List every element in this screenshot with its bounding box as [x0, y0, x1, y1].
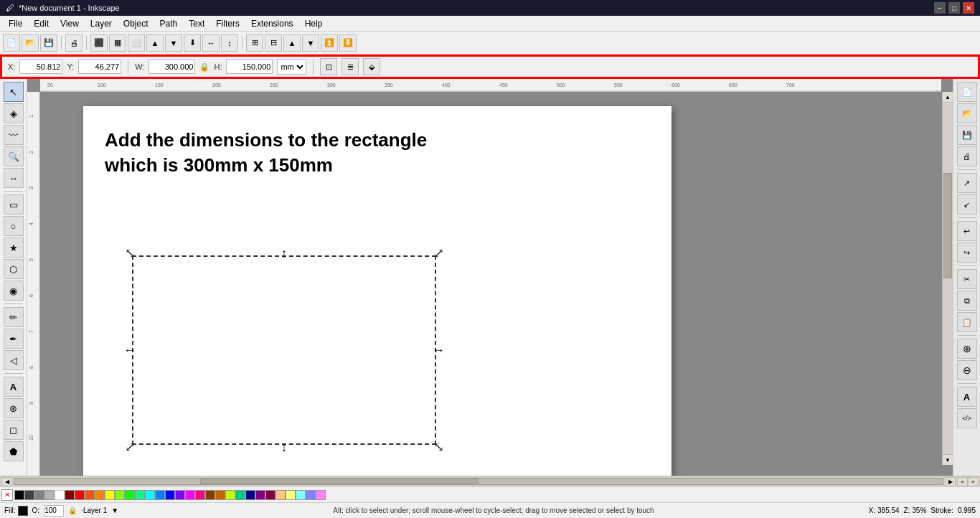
- color-darkgray[interactable]: [24, 490, 34, 500]
- menu-text[interactable]: Text: [183, 17, 210, 30]
- color-yellow[interactable]: [105, 490, 115, 500]
- align-dist-btn[interactable]: ≣: [341, 58, 359, 75]
- zoom-in-r-btn[interactable]: ⊕: [957, 339, 977, 359]
- align-bottom-btn[interactable]: ⬇: [184, 34, 201, 52]
- color-silver[interactable]: [44, 490, 55, 500]
- zoom-out-r-btn[interactable]: ⊖: [957, 360, 977, 380]
- redo-r-btn[interactable]: ↪: [957, 242, 977, 263]
- handle-bot-center[interactable]: ↕: [281, 443, 288, 451]
- align-right-btn[interactable]: ⬜: [128, 34, 145, 52]
- menu-file[interactable]: File: [3, 17, 28, 30]
- nodes-btn[interactable]: ⬙: [363, 58, 380, 75]
- color-sky[interactable]: [155, 490, 165, 500]
- close-button[interactable]: ✕: [963, 2, 974, 14]
- fill-swatch[interactable]: [18, 506, 28, 516]
- menu-object[interactable]: Object: [118, 17, 154, 30]
- print-r-btn[interactable]: 🖨: [957, 146, 977, 166]
- paint-bucket-btn[interactable]: ⬟: [4, 441, 24, 461]
- flip-v-btn[interactable]: ↕: [221, 34, 238, 52]
- handle-top-center[interactable]: ↕: [281, 250, 288, 257]
- tweak-tool-btn[interactable]: 〰: [4, 125, 24, 145]
- flip-h-btn[interactable]: ↔: [202, 34, 220, 52]
- selected-rect-container[interactable]: ⤡ ↕ ⤢ ↔ ↔ ⤢ ↕ ⤡: [126, 250, 442, 451]
- measure-tool-btn[interactable]: ↔: [4, 168, 24, 188]
- open-btn[interactable]: 📂: [22, 34, 39, 52]
- lock-icon[interactable]: 🔒: [199, 62, 209, 72]
- menu-layer[interactable]: Layer: [85, 17, 118, 30]
- lower-btn[interactable]: ▼: [302, 34, 319, 52]
- color-black[interactable]: [14, 490, 24, 500]
- select-tool-btn[interactable]: ↖: [4, 82, 24, 102]
- open-file-btn[interactable]: 📂: [957, 103, 977, 123]
- color-rose[interactable]: [316, 490, 326, 500]
- hscroll-left[interactable]: ◀: [1, 477, 12, 486]
- menu-view[interactable]: View: [55, 17, 85, 30]
- h-input[interactable]: [226, 60, 273, 74]
- color-tan[interactable]: [215, 490, 225, 500]
- color-red-dark[interactable]: [65, 490, 75, 500]
- eraser-tool-btn[interactable]: ◻: [4, 420, 24, 440]
- vscroll-thumb[interactable]: [943, 173, 952, 278]
- undo-r-btn[interactable]: ↩: [957, 221, 977, 241]
- ungroup-btn[interactable]: ⊟: [265, 34, 282, 52]
- copy-r-btn[interactable]: ⧉: [957, 291, 977, 311]
- color-violet[interactable]: [175, 490, 185, 500]
- layer-dropdown[interactable]: ▼: [111, 507, 118, 514]
- star-tool-btn[interactable]: ★: [4, 237, 24, 258]
- spray-tool-btn[interactable]: ⊛: [4, 398, 24, 418]
- menu-edit[interactable]: Edit: [28, 17, 55, 30]
- align-top-btn[interactable]: ▲: [146, 34, 164, 52]
- new-doc-btn[interactable]: 📄: [957, 82, 977, 102]
- color-maroon[interactable]: [265, 490, 275, 500]
- titlebar-controls[interactable]: − □ ✕: [934, 2, 974, 14]
- save-btn[interactable]: 💾: [40, 34, 57, 52]
- color-red[interactable]: [75, 490, 85, 500]
- hscroll-track[interactable]: [14, 478, 943, 485]
- pencil-tool-btn[interactable]: ✏: [4, 307, 24, 327]
- menu-path[interactable]: Path: [154, 17, 184, 30]
- color-lavender[interactable]: [306, 490, 316, 500]
- color-orange[interactable]: [95, 490, 105, 500]
- handle-bot-right[interactable]: ⤡: [435, 443, 442, 451]
- vscroll-up[interactable]: ▲: [943, 92, 953, 103]
- hscroll-thumb[interactable]: [200, 479, 479, 484]
- raise-top-btn[interactable]: ⏫: [321, 34, 338, 52]
- color-aqua[interactable]: [296, 490, 306, 500]
- w-input[interactable]: [149, 60, 195, 74]
- handle-top-right[interactable]: ⤢: [435, 250, 442, 257]
- group-btn[interactable]: ⊞: [246, 34, 263, 52]
- color-gray[interactable]: [34, 490, 44, 500]
- pen-tool-btn[interactable]: ✒: [4, 329, 24, 349]
- 3dbox-tool-btn[interactable]: ⬡: [4, 259, 24, 279]
- color-purple[interactable]: [255, 490, 265, 500]
- spiral-tool-btn[interactable]: ◉: [4, 281, 24, 301]
- hscroll-expand-right[interactable]: »: [968, 477, 979, 486]
- vertical-scrollbar[interactable]: ▲ ▼: [942, 92, 953, 465]
- color-blue[interactable]: [165, 490, 175, 500]
- color-cyan[interactable]: [145, 490, 155, 500]
- save-file-btn[interactable]: 💾: [957, 125, 977, 145]
- align-center-btn[interactable]: ▦: [109, 34, 126, 52]
- color-orange-dark[interactable]: [85, 490, 95, 500]
- node-tool-btn[interactable]: ◈: [4, 103, 24, 123]
- paste-r-btn[interactable]: 📋: [957, 312, 977, 332]
- color-pink[interactable]: [195, 490, 205, 500]
- color-green[interactable]: [125, 490, 135, 500]
- lower-bottom-btn[interactable]: ⏬: [339, 34, 357, 52]
- text-tool-btn[interactable]: A: [4, 377, 24, 397]
- new-btn[interactable]: 📄: [3, 34, 20, 52]
- cut-r-btn[interactable]: ✂: [957, 269, 977, 289]
- horizontal-scrollbar[interactable]: ◀ ▶ « »: [0, 476, 980, 486]
- menu-extensions[interactable]: Extensions: [245, 17, 299, 30]
- ellipse-tool-btn[interactable]: ○: [4, 216, 24, 236]
- hscroll-expand-left[interactable]: «: [957, 477, 968, 486]
- y-input[interactable]: [78, 60, 121, 74]
- color-lime[interactable]: [225, 490, 235, 500]
- minimize-button[interactable]: −: [934, 2, 946, 14]
- export-r-btn[interactable]: ↗: [957, 173, 977, 193]
- color-navy[interactable]: [245, 490, 255, 500]
- menu-filters[interactable]: Filters: [210, 17, 245, 30]
- color-lemon[interactable]: [286, 490, 296, 500]
- handle-bot-left[interactable]: ⤢: [126, 443, 133, 451]
- vscroll-down[interactable]: ▼: [943, 454, 953, 465]
